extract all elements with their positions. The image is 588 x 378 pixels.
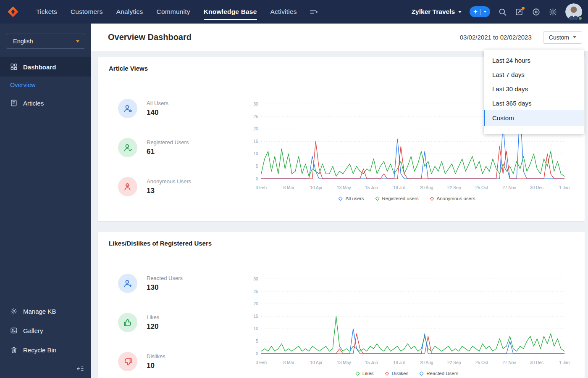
svg-text:18 Jul: 18 Jul	[393, 185, 404, 190]
stats-column: Reacted Users130Likes120Dislikes10	[118, 273, 244, 378]
legend-all-users[interactable]: All users	[339, 196, 364, 201]
sidebar-item-recycle-bin[interactable]: Recycle Bin	[0, 340, 91, 359]
legend-label: Likes	[362, 371, 374, 376]
svg-text:13 May: 13 May	[337, 185, 351, 190]
articles-icon	[10, 99, 18, 107]
org-selector[interactable]: Zylker Travels	[412, 8, 462, 16]
stats-column: All Users140Registered Users61Anonymous …	[118, 98, 244, 216]
stat-value: 10	[147, 362, 165, 370]
nav-item-activities[interactable]: Activities	[270, 0, 297, 24]
svg-text:0: 0	[256, 352, 258, 356]
stat-likes: Likes120	[118, 313, 244, 332]
app-logo-icon[interactable]	[7, 5, 19, 18]
stat-value: 140	[147, 108, 168, 117]
feedback-icon[interactable]	[515, 8, 524, 16]
sidebar-item-overview[interactable]: Overview	[0, 77, 91, 93]
panel-body: Reacted Users130Likes120Dislikes10 05101…	[98, 255, 585, 378]
stat-text: Registered Users61	[147, 139, 189, 156]
chart-legend: LikesDislikesReacted Users	[244, 371, 570, 378]
legend-dislikes[interactable]: Dislikes	[386, 371, 409, 376]
stat-text: All Users140	[147, 100, 168, 117]
svg-text:22 Sep: 22 Sep	[447, 360, 461, 365]
legend-label: Dislikes	[392, 371, 409, 376]
likes-dislikes-chart: 0510152025303 Feb8 Mar10 Apr13 May15 Jun…	[244, 273, 570, 369]
legend-registered-users[interactable]: Registered users	[376, 196, 419, 201]
stat-reacted-users: Reacted Users130	[118, 274, 244, 293]
nav-item-knowledge-base[interactable]: Knowledge Base	[204, 0, 257, 24]
page-header: Overview Dashboard 03/02/2021 to 02/02/2…	[91, 24, 588, 51]
org-name: Zylker Travels	[412, 8, 455, 16]
legend-marker-icon	[430, 196, 434, 201]
sidebar-item-dashboard[interactable]: Dashboard	[0, 57, 91, 77]
menu-toggle-icon[interactable]	[310, 8, 318, 16]
stat-value: 61	[147, 148, 189, 156]
sidebar-item-label: Overview	[10, 82, 35, 88]
sidebar-item-articles[interactable]: Articles	[0, 93, 91, 113]
svg-text:30 Dec: 30 Dec	[530, 185, 543, 190]
range-button[interactable]: Custom	[543, 31, 582, 44]
nav-item-analytics[interactable]: Analytics	[116, 0, 143, 24]
sidebar-item-label: Recycle Bin	[23, 346, 56, 354]
sidebar-item-gallery[interactable]: Gallery	[0, 321, 91, 340]
nav-item-customers[interactable]: Customers	[71, 0, 103, 24]
explore-icon[interactable]	[532, 8, 541, 16]
range-option-last-365-days[interactable]: Last 365 days	[484, 96, 584, 110]
language-label: English	[13, 38, 33, 45]
svg-text:3 Feb: 3 Feb	[256, 185, 267, 190]
svg-text:22 Sep: 22 Sep	[447, 185, 461, 190]
range-option-last-30-days[interactable]: Last 30 days	[484, 82, 584, 96]
svg-text:25: 25	[253, 114, 258, 119]
date-range-text: 03/02/2021 to 02/02/2023	[460, 34, 532, 41]
svg-text:25 Oct: 25 Oct	[475, 360, 488, 365]
range-option-last-24-hours[interactable]: Last 24 hours	[484, 53, 584, 67]
stat-label: Likes	[147, 314, 159, 320]
svg-text:18 Jul: 18 Jul	[393, 360, 404, 365]
panel-title: Likes/Dislikes of Registered Users	[98, 232, 585, 255]
stat-value: 120	[147, 322, 159, 331]
svg-text:25 Oct: 25 Oct	[475, 185, 488, 190]
chevron-down-icon	[458, 11, 462, 13]
page-title: Overview Dashboard	[108, 32, 192, 42]
nav-item-tickets[interactable]: Tickets	[36, 0, 57, 24]
svg-text:15: 15	[253, 139, 258, 144]
legend-marker-icon	[375, 196, 379, 201]
stat-text: Likes120	[147, 314, 159, 331]
avatar[interactable]	[565, 3, 582, 20]
svg-text:30: 30	[253, 102, 258, 106]
svg-text:8 Mar: 8 Mar	[283, 360, 294, 365]
collapse-sidebar-icon[interactable]	[76, 365, 84, 373]
legend-marker-icon	[420, 371, 424, 375]
stat-label: Dislikes	[147, 353, 165, 359]
svg-text:10 Apr: 10 Apr	[310, 185, 323, 190]
legend-reacted-users[interactable]: Reacted Users	[420, 371, 458, 376]
chevron-down-icon	[573, 36, 576, 38]
range-option-last-7-days[interactable]: Last 7 days	[484, 67, 584, 82]
svg-text:27 Nov: 27 Nov	[502, 360, 516, 365]
gear-icon[interactable]	[549, 8, 557, 16]
legend-marker-icon	[355, 371, 360, 375]
svg-text:30 Dec: 30 Dec	[530, 360, 543, 365]
legend-label: All users	[345, 196, 364, 201]
legend-marker-icon	[385, 371, 389, 375]
svg-text:5: 5	[256, 164, 258, 169]
chart-area: 0510152025303 Feb8 Mar10 Apr13 May15 Jun…	[244, 273, 580, 378]
legend-anonymous-users[interactable]: Anonymous users	[430, 196, 475, 201]
svg-text:27 Nov: 27 Nov	[502, 185, 516, 190]
thumb-down-icon	[118, 352, 137, 371]
stat-registered-users: Registered Users61	[118, 138, 244, 157]
add-button[interactable]: +	[470, 6, 490, 17]
svg-text:20 Aug: 20 Aug	[420, 360, 433, 365]
online-status-dot	[578, 16, 583, 21]
search-icon[interactable]	[498, 8, 507, 16]
sidebar-item-label: Gallery	[23, 327, 43, 334]
header-right: 03/02/2021 to 02/02/2023 Custom	[460, 31, 582, 44]
panel-likes-dislikes: Likes/Dislikes of Registered Users React…	[98, 232, 585, 378]
range-option-custom[interactable]: Custom	[484, 110, 584, 126]
language-select[interactable]: English	[6, 34, 85, 49]
sidebar-spacer	[0, 113, 91, 301]
nav-item-community[interactable]: Community	[156, 0, 190, 24]
svg-text:1 Jan: 1 Jan	[559, 360, 570, 365]
stat-text: Dislikes10	[147, 353, 165, 370]
legend-likes[interactable]: Likes	[356, 371, 374, 376]
sidebar-item-manage-kb[interactable]: Manage KB	[0, 301, 91, 321]
